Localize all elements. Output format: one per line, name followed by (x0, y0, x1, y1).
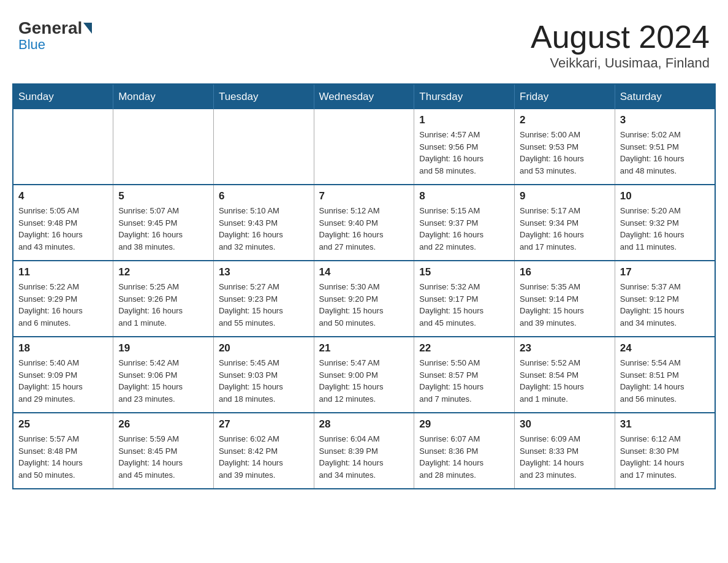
calendar-day-cell: 13Sunrise: 5:27 AMSunset: 9:23 PMDayligh… (213, 261, 314, 337)
day-number: 15 (419, 266, 509, 278)
day-info: Sunrise: 5:02 AMSunset: 9:51 PMDaylight:… (620, 129, 710, 177)
day-info: Sunrise: 5:50 AMSunset: 8:57 PMDaylight:… (419, 357, 509, 405)
weekday-header-friday: Friday (515, 84, 615, 109)
day-number: 26 (118, 418, 208, 431)
day-info: Sunrise: 5:37 AMSunset: 9:12 PMDaylight:… (620, 281, 710, 329)
day-info: Sunrise: 6:04 AMSunset: 8:39 PMDaylight:… (319, 433, 409, 481)
day-info: Sunrise: 5:40 AMSunset: 9:09 PMDaylight:… (18, 357, 108, 405)
day-info: Sunrise: 6:12 AMSunset: 8:30 PMDaylight:… (620, 433, 710, 481)
calendar-week-row: 18Sunrise: 5:40 AMSunset: 9:09 PMDayligh… (13, 337, 715, 413)
day-info: Sunrise: 5:15 AMSunset: 9:37 PMDaylight:… (419, 205, 509, 253)
calendar-header-row: SundayMondayTuesdayWednesdayThursdayFrid… (13, 84, 715, 109)
calendar-day-cell: 12Sunrise: 5:25 AMSunset: 9:26 PMDayligh… (113, 261, 214, 337)
day-number: 10 (620, 190, 710, 202)
day-number: 19 (118, 342, 208, 354)
calendar-week-row: 1Sunrise: 4:57 AMSunset: 9:56 PMDaylight… (13, 109, 715, 185)
calendar-day-cell: 28Sunrise: 6:04 AMSunset: 8:39 PMDayligh… (314, 413, 414, 489)
calendar-day-cell: 26Sunrise: 5:59 AMSunset: 8:45 PMDayligh… (113, 413, 214, 489)
calendar-day-cell: 19Sunrise: 5:42 AMSunset: 9:06 PMDayligh… (113, 337, 214, 413)
day-number: 8 (419, 190, 509, 202)
day-info: Sunrise: 5:00 AMSunset: 9:53 PMDaylight:… (520, 129, 610, 177)
day-number: 27 (219, 418, 309, 431)
day-info: Sunrise: 5:12 AMSunset: 9:40 PMDaylight:… (319, 205, 409, 253)
calendar-day-cell: 27Sunrise: 6:02 AMSunset: 8:42 PMDayligh… (213, 413, 314, 489)
day-number: 14 (319, 266, 409, 278)
calendar-day-cell: 25Sunrise: 5:57 AMSunset: 8:48 PMDayligh… (13, 413, 113, 489)
day-number: 17 (620, 266, 710, 278)
day-number: 20 (219, 342, 309, 354)
day-info: Sunrise: 5:27 AMSunset: 9:23 PMDaylight:… (219, 281, 309, 329)
day-number: 12 (118, 266, 208, 278)
day-number: 6 (219, 190, 309, 202)
day-info: Sunrise: 5:45 AMSunset: 9:03 PMDaylight:… (219, 357, 309, 405)
day-number: 31 (620, 418, 710, 431)
weekday-header-saturday: Saturday (615, 84, 715, 109)
day-number: 18 (18, 342, 108, 354)
calendar-day-cell: 4Sunrise: 5:05 AMSunset: 9:48 PMDaylight… (13, 185, 113, 261)
calendar-day-cell: 24Sunrise: 5:54 AMSunset: 8:51 PMDayligh… (615, 337, 715, 413)
calendar-day-cell: 7Sunrise: 5:12 AMSunset: 9:40 PMDaylight… (314, 185, 414, 261)
day-info: Sunrise: 5:47 AMSunset: 9:00 PMDaylight:… (319, 357, 409, 405)
day-info: Sunrise: 5:07 AMSunset: 9:45 PMDaylight:… (118, 205, 208, 253)
calendar-day-cell: 14Sunrise: 5:30 AMSunset: 9:20 PMDayligh… (314, 261, 414, 337)
weekday-header-wednesday: Wednesday (314, 84, 414, 109)
day-number: 16 (520, 266, 610, 278)
day-number: 21 (319, 342, 409, 354)
day-number: 24 (620, 342, 710, 354)
calendar-day-cell: 3Sunrise: 5:02 AMSunset: 9:51 PMDaylight… (615, 109, 715, 185)
day-info: Sunrise: 5:20 AMSunset: 9:32 PMDaylight:… (620, 205, 710, 253)
day-number: 30 (520, 418, 610, 431)
title-area: August 2024 Veikkari, Uusimaa, Finland (531, 18, 710, 71)
day-number: 23 (520, 342, 610, 354)
day-number: 2 (520, 114, 610, 126)
logo-triangle-icon (83, 23, 92, 34)
day-info: Sunrise: 5:57 AMSunset: 8:48 PMDaylight:… (18, 433, 108, 481)
day-number: 29 (419, 418, 509, 431)
calendar-empty-cell (13, 109, 113, 185)
day-number: 13 (219, 266, 309, 278)
day-info: Sunrise: 5:35 AMSunset: 9:14 PMDaylight:… (520, 281, 610, 329)
day-info: Sunrise: 5:52 AMSunset: 8:54 PMDaylight:… (520, 357, 610, 405)
location: Veikkari, Uusimaa, Finland (531, 55, 710, 71)
calendar-day-cell: 16Sunrise: 5:35 AMSunset: 9:14 PMDayligh… (515, 261, 615, 337)
day-number: 4 (18, 190, 108, 202)
day-info: Sunrise: 5:17 AMSunset: 9:34 PMDaylight:… (520, 205, 610, 253)
calendar-week-row: 25Sunrise: 5:57 AMSunset: 8:48 PMDayligh… (13, 413, 715, 489)
day-info: Sunrise: 5:22 AMSunset: 9:29 PMDaylight:… (18, 281, 108, 329)
weekday-header-monday: Monday (113, 84, 214, 109)
logo-text: General (18, 18, 93, 38)
weekday-header-sunday: Sunday (13, 84, 113, 109)
day-number: 9 (520, 190, 610, 202)
weekday-header-tuesday: Tuesday (213, 84, 314, 109)
day-info: Sunrise: 6:07 AMSunset: 8:36 PMDaylight:… (419, 433, 509, 481)
calendar-day-cell: 23Sunrise: 5:52 AMSunset: 8:54 PMDayligh… (515, 337, 615, 413)
calendar-day-cell: 1Sunrise: 4:57 AMSunset: 9:56 PMDaylight… (414, 109, 515, 185)
calendar-day-cell: 18Sunrise: 5:40 AMSunset: 9:09 PMDayligh… (13, 337, 113, 413)
day-number: 7 (319, 190, 409, 202)
calendar-week-row: 4Sunrise: 5:05 AMSunset: 9:48 PMDaylight… (13, 185, 715, 261)
day-info: Sunrise: 5:30 AMSunset: 9:20 PMDaylight:… (319, 281, 409, 329)
day-info: Sunrise: 6:02 AMSunset: 8:42 PMDaylight:… (219, 433, 309, 481)
calendar-day-cell: 9Sunrise: 5:17 AMSunset: 9:34 PMDaylight… (515, 185, 615, 261)
weekday-header-thursday: Thursday (414, 84, 515, 109)
day-number: 1 (419, 114, 509, 126)
day-info: Sunrise: 5:42 AMSunset: 9:06 PMDaylight:… (118, 357, 208, 405)
calendar-empty-cell (314, 109, 414, 185)
month-title: August 2024 (531, 18, 710, 55)
calendar-day-cell: 2Sunrise: 5:00 AMSunset: 9:53 PMDaylight… (515, 109, 615, 185)
calendar-day-cell: 20Sunrise: 5:45 AMSunset: 9:03 PMDayligh… (213, 337, 314, 413)
calendar-day-cell: 29Sunrise: 6:07 AMSunset: 8:36 PMDayligh… (414, 413, 515, 489)
day-number: 11 (18, 266, 108, 278)
day-number: 25 (18, 418, 108, 431)
logo-blue: Blue (18, 37, 45, 53)
calendar-empty-cell (213, 109, 314, 185)
day-number: 22 (419, 342, 509, 354)
calendar-day-cell: 17Sunrise: 5:37 AMSunset: 9:12 PMDayligh… (615, 261, 715, 337)
logo: General Blue (18, 18, 93, 53)
calendar-day-cell: 30Sunrise: 6:09 AMSunset: 8:33 PMDayligh… (515, 413, 615, 489)
calendar-day-cell: 8Sunrise: 5:15 AMSunset: 9:37 PMDaylight… (414, 185, 515, 261)
day-info: Sunrise: 4:57 AMSunset: 9:56 PMDaylight:… (419, 129, 509, 177)
calendar-day-cell: 21Sunrise: 5:47 AMSunset: 9:00 PMDayligh… (314, 337, 414, 413)
calendar-day-cell: 22Sunrise: 5:50 AMSunset: 8:57 PMDayligh… (414, 337, 515, 413)
calendar-table: SundayMondayTuesdayWednesdayThursdayFrid… (12, 83, 716, 489)
